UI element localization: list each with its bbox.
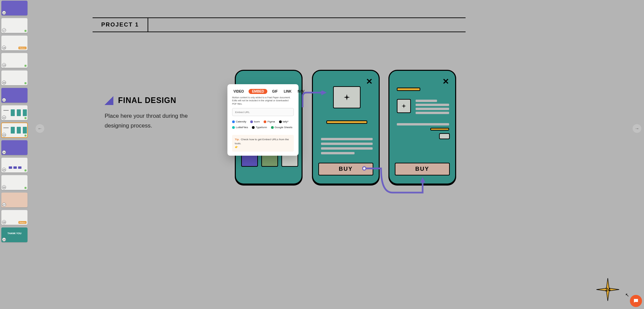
slide-number-badge: 27 bbox=[2, 203, 6, 207]
page-number-star: 24 bbox=[605, 287, 610, 292]
provider-typeform[interactable]: Typeform bbox=[252, 126, 267, 129]
slide-number-badge: 17 bbox=[2, 28, 6, 32]
embed-popup: VIDEOEMBEDGIFLINKNAV Motion content is o… bbox=[227, 84, 299, 156]
slide-number-badge: 25 bbox=[2, 168, 6, 172]
popup-note: Motion content is only added to a Feat P… bbox=[232, 96, 294, 105]
slide-number-badge: 22 bbox=[2, 115, 6, 119]
slide-thumbnail[interactable]: 22 bbox=[1, 105, 28, 120]
slide-number-badge: 24 bbox=[2, 150, 6, 154]
slide-thumbnail[interactable]: 23 bbox=[1, 123, 28, 138]
section-heading: FINAL DESIGN bbox=[118, 96, 176, 105]
slide-thumbnail[interactable]: 25 bbox=[1, 158, 28, 172]
slide-thumbnail-panel: 161718Motion19202122232425262728MotionTH… bbox=[0, 0, 30, 309]
buy-button-label: BUY bbox=[339, 166, 353, 172]
embed-provider-logos: CalendlyloomFigmatally*LottieFilesTypefo… bbox=[232, 120, 294, 129]
slide-thumbnail[interactable]: 27 bbox=[1, 193, 28, 207]
tip-text: Check how to get Embed URLs from the too… bbox=[235, 138, 289, 145]
chat-icon bbox=[633, 298, 639, 304]
slide-thumbnail[interactable]: 26 bbox=[1, 175, 28, 190]
provider-googlesheets[interactable]: Google Sheets bbox=[271, 126, 292, 129]
slide-thumbnail[interactable]: 19 bbox=[1, 53, 28, 68]
slide-thumbnail[interactable]: 17 bbox=[1, 18, 28, 33]
slide-number-badge: 20 bbox=[2, 81, 6, 85]
slide-thumbnail[interactable]: THANK YOU29 bbox=[1, 227, 28, 242]
arrow-right-icon: → bbox=[635, 126, 639, 131]
point-right-icon: 👉 bbox=[235, 145, 291, 149]
slide-number-badge: 28 bbox=[2, 220, 6, 224]
embed-url-input[interactable] bbox=[232, 108, 294, 116]
chat-support-button[interactable] bbox=[630, 295, 642, 307]
slide-number-badge: 21 bbox=[2, 98, 6, 102]
slide-thumbnail[interactable]: 21 bbox=[1, 88, 28, 103]
sparkle-icon bbox=[401, 103, 407, 109]
phone-mockup-3: ✕ BUY bbox=[388, 70, 456, 185]
slide-number-badge: 23 bbox=[2, 133, 6, 137]
close-icon[interactable]: ✕ bbox=[366, 77, 373, 86]
prev-slide-button[interactable]: ← bbox=[36, 124, 44, 133]
tip-label: Tip. bbox=[235, 138, 239, 141]
provider-lottiefiles[interactable]: LottieFiles bbox=[232, 126, 248, 129]
popup-tab-video[interactable]: VIDEO bbox=[232, 89, 245, 94]
slide-thumbnail[interactable]: 24 bbox=[1, 140, 28, 155]
slide-thumbnail[interactable]: 16 bbox=[1, 1, 28, 15]
phone-mockup-2: ✕ BUY bbox=[312, 70, 380, 185]
slide-number-badge: 29 bbox=[2, 238, 6, 242]
popup-tabs: VIDEOEMBEDGIFLINKNAV bbox=[232, 89, 294, 94]
provider-loom[interactable]: loom bbox=[250, 120, 260, 123]
popup-tab-gif[interactable]: GIF bbox=[271, 89, 279, 94]
section-heading-row: FINAL DESIGN bbox=[105, 96, 176, 105]
project-label: PROJECT 1 bbox=[93, 18, 148, 32]
buy-button-label: BUY bbox=[415, 166, 429, 172]
buy-button[interactable]: BUY bbox=[395, 163, 450, 175]
slide-number-badge: 16 bbox=[2, 11, 6, 15]
tip-box: Tip.Check how to get Embed URLs from the… bbox=[232, 135, 294, 152]
slide-number-badge: 19 bbox=[2, 63, 6, 67]
section-body-text: Place here your throat during the design… bbox=[105, 111, 192, 131]
triangle-icon bbox=[105, 96, 113, 105]
close-icon[interactable]: ✕ bbox=[442, 77, 449, 86]
arrow-left-icon: ← bbox=[38, 126, 42, 131]
slide-title-band: PROJECT 1 bbox=[93, 17, 466, 32]
buy-button[interactable]: BUY bbox=[318, 163, 373, 175]
next-slide-button[interactable]: → bbox=[633, 124, 641, 133]
slide-number-badge: 26 bbox=[2, 185, 6, 189]
provider-figma[interactable]: Figma bbox=[264, 120, 275, 123]
cursor-icon: ↖ bbox=[625, 292, 629, 298]
slide-thumbnail[interactable]: 18Motion bbox=[1, 36, 28, 50]
popup-tab-embed[interactable]: EMBED bbox=[249, 89, 267, 94]
slide-thumbnail[interactable]: 20 bbox=[1, 70, 28, 85]
provider-calendly[interactable]: Calendly bbox=[232, 120, 246, 123]
slide-thumbnail[interactable]: 28Motion bbox=[1, 210, 28, 225]
page-number: 24 bbox=[605, 287, 610, 292]
popup-tab-link[interactable]: LINK bbox=[282, 89, 293, 94]
sparkle-icon bbox=[343, 94, 351, 101]
popup-tab-nav[interactable]: NAV bbox=[296, 89, 306, 94]
slide-number-badge: 18 bbox=[2, 46, 6, 50]
provider-tally[interactable]: tally* bbox=[279, 120, 288, 123]
